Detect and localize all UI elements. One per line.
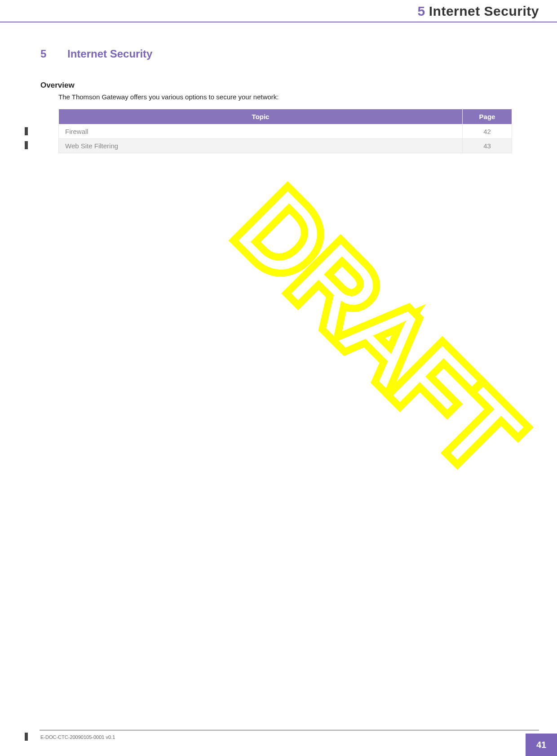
table-row: Web Site Filtering 43 (59, 139, 512, 153)
intro-text: The Thomson Gateway offers you various o… (58, 93, 279, 101)
page: DRAFT DRAFT 5Internet Security 5Internet… (0, 0, 557, 756)
content: 5Internet Security 5Internet Security Ov… (0, 0, 557, 756)
revision-bar (25, 127, 28, 135)
document-code: E-DOC-CTC-20090105-0001 v0.1 (40, 734, 115, 740)
chapter-heading-number: 5 (40, 48, 67, 60)
section-label-overview: Overview (40, 81, 75, 90)
chapter-heading-title: Internet Security (67, 48, 152, 60)
table-row: Firewall 42 (59, 125, 512, 139)
page-cell[interactable]: 42 (463, 125, 512, 139)
page-number: 41 (526, 734, 557, 756)
revision-bar (25, 141, 28, 149)
running-header: 5Internet Security (418, 4, 539, 19)
table-header-topic: Topic (59, 109, 463, 125)
topic-table: Topic Page Firewall 42 Web Site Filterin… (58, 109, 512, 153)
header-chapter-number: 5 (418, 4, 425, 18)
topic-cell[interactable]: Firewall (59, 125, 463, 139)
table-header-page: Page (463, 109, 512, 125)
footer: E-DOC-CTC-20090105-0001 v0.1 41 (0, 730, 557, 756)
topic-cell[interactable]: Web Site Filtering (59, 139, 463, 153)
footer-rule (40, 730, 539, 730)
chapter-heading: 5Internet Security (40, 48, 152, 60)
header-rule (0, 22, 557, 22)
table-header-row: Topic Page (59, 109, 512, 125)
revision-bar (25, 733, 28, 741)
header-chapter-title: Internet Security (429, 4, 539, 18)
page-cell[interactable]: 43 (463, 139, 512, 153)
